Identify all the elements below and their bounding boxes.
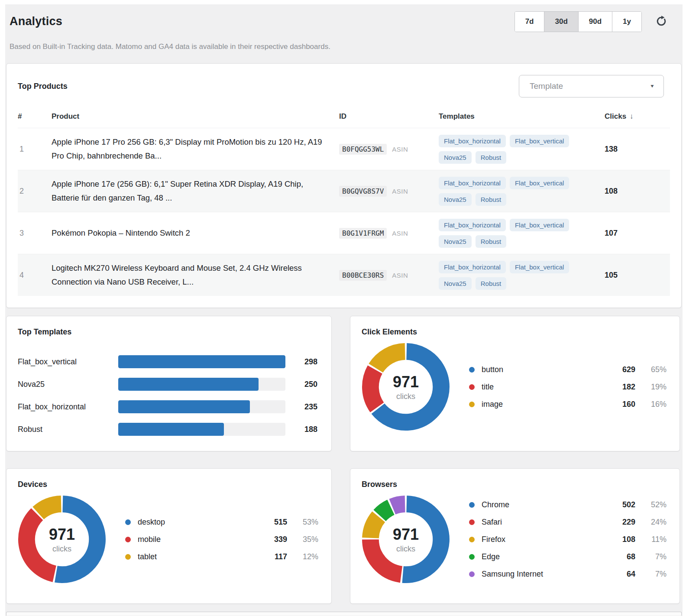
legend-percent: 65%: [635, 365, 667, 374]
analytics-page: Analytics 7d30d90d1y Based on Built-in T…: [5, 4, 683, 616]
legend-value: 68: [610, 552, 635, 561]
col-product: Product: [52, 112, 339, 121]
refresh-button[interactable]: [653, 13, 670, 31]
range-button-90d[interactable]: 90d: [578, 12, 612, 32]
table-row[interactable]: 1Apple iPhone 17 Pro 256 GB: 6,3" Displa…: [18, 128, 670, 170]
top-products-head: Top Products Template ▼: [18, 64, 670, 97]
template-chip[interactable]: Robust: [476, 277, 507, 290]
legend-value: 64: [610, 570, 635, 579]
legend-percent: 52%: [635, 500, 667, 509]
legend-percent: 53%: [287, 518, 318, 527]
legend-dot: [469, 537, 475, 542]
legend-value: 108: [610, 535, 635, 544]
browsers-card: Browsers 971 clicks Chrome50252%Safari22…: [350, 468, 680, 604]
legend-dot: [469, 519, 475, 525]
template-chip[interactable]: Nova25: [439, 193, 472, 206]
legend-row: button62965%: [469, 361, 667, 378]
legend-value: 629: [610, 365, 635, 374]
legend-label: Safari: [482, 518, 610, 527]
legend-value: 502: [610, 500, 635, 509]
legend-value: 339: [262, 535, 287, 544]
range-button-7d[interactable]: 7d: [515, 12, 544, 32]
legend-percent: 7%: [635, 570, 667, 579]
legend-percent: 24%: [635, 518, 667, 527]
bar-value: 188: [285, 425, 320, 434]
page-title: Analytics: [10, 11, 62, 28]
bar-fill: [118, 355, 285, 368]
table-row[interactable]: 4Logitech MK270 Wireless Keyboard and Mo…: [18, 254, 670, 296]
devices-legend: desktop51553%mobile33935%tablet11712%: [125, 513, 318, 565]
legend-percent: 7%: [635, 552, 667, 561]
legend-label: mobile: [138, 535, 262, 544]
templates-cell: Flat_box_horizontalFlat_box_verticalNova…: [439, 135, 605, 164]
template-chip[interactable]: Flat_box_horizontal: [439, 219, 506, 231]
id-type-label: ASIN: [392, 188, 408, 195]
table-row[interactable]: 2Apple iPhone 17e (256 GB): 6,1" Super R…: [18, 170, 670, 212]
browsers-donut: 971 clicks: [362, 495, 450, 584]
templates-cell: Flat_box_horizontalFlat_box_verticalNova…: [439, 219, 605, 248]
bar-row: Nova25250: [18, 373, 320, 396]
template-chip[interactable]: Nova25: [439, 151, 472, 164]
bar-fill: [118, 400, 250, 413]
devices-title: Devices: [18, 480, 320, 489]
legend-dot: [469, 571, 475, 577]
template-chip[interactable]: Flat_box_vertical: [510, 219, 569, 231]
template-chip[interactable]: Flat_box_vertical: [510, 135, 569, 147]
template-chip[interactable]: Flat_box_horizontal: [439, 177, 506, 189]
range-button-30d[interactable]: 30d: [544, 12, 578, 32]
id-cell: B00BCE30RSASIN: [339, 270, 439, 281]
browsers-title: Browsers: [362, 480, 668, 489]
template-filter-dropdown[interactable]: Template ▼: [519, 75, 664, 97]
top-templates-card: Top Templates Flat_box_vertical298Nova25…: [6, 316, 332, 451]
bar-value: 235: [285, 402, 320, 412]
donut-total: 971: [49, 525, 75, 544]
top-products-title: Top Products: [18, 82, 68, 91]
sort-desc-icon: ↓: [630, 112, 634, 120]
bar-track: [118, 378, 285, 391]
clicks-cell: 107: [605, 229, 670, 238]
legend-label: tablet: [138, 552, 262, 561]
legend-row: desktop51553%: [125, 513, 318, 531]
template-chip[interactable]: Flat_box_horizontal: [439, 261, 506, 273]
template-chip[interactable]: Flat_box_horizontal: [439, 135, 506, 147]
template-chip[interactable]: Flat_box_vertical: [510, 177, 569, 189]
legend-label: title: [482, 383, 610, 392]
template-chip[interactable]: Robust: [476, 193, 507, 206]
product-id-code: B00BCE30RS: [339, 270, 387, 281]
rank-cell: 1: [18, 145, 52, 154]
donut-total: 971: [393, 373, 419, 391]
top-templates-bars: Flat_box_vertical298Nova25250Flat_box_ho…: [18, 350, 320, 441]
template-filter-value: Template: [530, 81, 563, 91]
table-row[interactable]: 3Pokémon Pokopia – Nintendo Switch 2B0G1…: [18, 212, 670, 254]
legend-row: Samsung Internet647%: [469, 565, 667, 583]
top-products-tbody: 1Apple iPhone 17 Pro 256 GB: 6,3" Displa…: [18, 128, 670, 296]
legend-percent: 12%: [287, 552, 318, 561]
product-cell: Apple iPhone 17 Pro 256 GB: 6,3" Display…: [52, 135, 339, 163]
legend-percent: 19%: [635, 383, 667, 392]
devices-donut: 971 clicks: [18, 495, 106, 584]
template-chip[interactable]: Robust: [476, 235, 507, 248]
range-button-1y[interactable]: 1y: [612, 12, 641, 32]
product-id-code: B0G1V1FRGM: [339, 228, 387, 239]
legend-row: tablet11712%: [125, 548, 318, 565]
browsers-legend: Chrome50252%Safari22924%Firefox10811%Edg…: [469, 496, 667, 583]
clicks-cell: 105: [605, 271, 670, 280]
template-chip[interactable]: Nova25: [439, 235, 472, 248]
product-cell: Logitech MK270 Wireless Keyboard and Mou…: [52, 261, 339, 289]
click-elements-card: Click Elements 971 clicks button62965%ti…: [350, 316, 680, 451]
id-cell: B0G1V1FRGMASIN: [339, 228, 439, 239]
donut-total-label: clicks: [52, 545, 71, 554]
legend-row: title18219%: [469, 378, 667, 396]
legend-label: Firefox: [482, 535, 610, 544]
legend-label: image: [482, 400, 610, 409]
template-chip[interactable]: Nova25: [439, 277, 472, 290]
template-chip[interactable]: Flat_box_vertical: [510, 261, 569, 273]
legend-dot: [469, 402, 475, 407]
legend-row: Safari22924%: [469, 513, 667, 531]
legend-percent: 16%: [635, 400, 667, 409]
id-cell: B0GQVG8S7VASIN: [339, 186, 439, 197]
col-clicks-sort[interactable]: Clicks↓: [605, 112, 670, 121]
template-chip[interactable]: Robust: [476, 151, 507, 164]
legend-label: button: [482, 365, 610, 374]
templates-cell: Flat_box_horizontalFlat_box_verticalNova…: [439, 261, 605, 290]
